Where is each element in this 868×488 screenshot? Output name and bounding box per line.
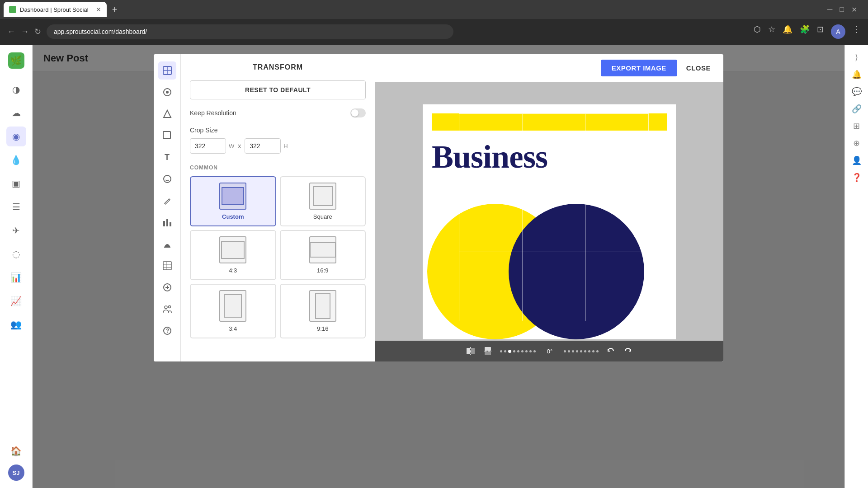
rotate-right-button[interactable] xyxy=(623,346,633,356)
dot-6 xyxy=(521,350,524,352)
window-icon[interactable]: ⊡ xyxy=(817,24,824,39)
app-container: 🌿 ◑ ☁ ◉ 💧 ▣ ☰ ✈ ◌ 📊 📈 xyxy=(0,45,868,488)
svg-rect-11 xyxy=(163,262,171,270)
content-area: New Post xyxy=(33,45,844,488)
sidebar-item-audience[interactable]: 👥 xyxy=(6,314,26,334)
sidebar-item-home[interactable]: 🏠 xyxy=(6,441,26,461)
people-tool[interactable] xyxy=(158,300,176,318)
dot-r3 xyxy=(572,350,574,352)
preset-916-inner xyxy=(315,293,330,319)
tab-close-button[interactable]: ✕ xyxy=(96,6,101,13)
fill-tool[interactable] xyxy=(158,235,176,253)
dot-3 xyxy=(508,350,511,353)
user-avatar[interactable]: SJ xyxy=(8,465,24,481)
preset-43-thumb xyxy=(219,236,246,263)
forward-button[interactable]: → xyxy=(21,27,29,37)
crop-height-input[interactable] xyxy=(245,138,281,154)
preset-43[interactable]: 4:3 xyxy=(190,230,276,280)
extensions-icon[interactable]: 🧩 xyxy=(800,24,810,39)
profile-icon[interactable]: A xyxy=(831,24,845,39)
window-controls: ─ □ ✕ xyxy=(827,5,864,14)
svg-point-18 xyxy=(165,306,167,309)
address-bar[interactable]: app.sproutsocial.com/dashboard/ xyxy=(47,24,453,39)
preset-916[interactable]: 9:16 xyxy=(280,284,366,338)
preset-square[interactable]: Square xyxy=(280,176,366,226)
reload-button[interactable]: ↻ xyxy=(34,27,41,37)
help-tool[interactable]: ? xyxy=(158,322,176,340)
width-input-group: W xyxy=(190,138,234,154)
sidebar-item-dashboard[interactable]: ◑ xyxy=(6,80,26,99)
star-icon[interactable]: ☆ xyxy=(768,24,775,39)
svg-rect-8 xyxy=(166,219,168,226)
flip-vertical-button[interactable] xyxy=(483,346,493,356)
maximize-button[interactable]: □ xyxy=(840,5,844,14)
collapse-icon[interactable]: ⟩ xyxy=(855,52,858,62)
keep-resolution-toggle[interactable] xyxy=(350,108,366,117)
dot-2 xyxy=(504,350,506,352)
menu-icon[interactable]: ⋮ xyxy=(853,24,861,39)
sidebar-item-filter[interactable]: ◌ xyxy=(6,244,26,264)
send-icon: ✈ xyxy=(12,225,20,236)
add-circle-icon[interactable]: ⊕ xyxy=(853,138,860,148)
table-tool[interactable] xyxy=(158,257,176,275)
preview-dots-right xyxy=(564,350,599,352)
preset-34[interactable]: 3:4 xyxy=(190,284,276,338)
paint-tool[interactable] xyxy=(158,192,176,210)
question-icon[interactable]: ❓ xyxy=(852,173,862,183)
preset-169-thumb xyxy=(309,236,336,263)
sidebar-item-analytics[interactable]: 📊 xyxy=(6,267,26,287)
svg-rect-25 xyxy=(485,347,491,351)
sidebar-item-engage[interactable]: 💧 xyxy=(6,150,26,170)
bars-tool[interactable] xyxy=(158,213,176,231)
add-tool[interactable] xyxy=(158,278,176,296)
reset-to-default-button[interactable]: RESET TO DEFAULT xyxy=(190,80,366,99)
rotate-left-button[interactable] xyxy=(606,346,616,356)
back-button[interactable]: ← xyxy=(7,27,15,37)
cloud-icon: ☁ xyxy=(12,108,21,118)
right-panel: EXPORT IMAGE CLOSE Business xyxy=(375,54,723,361)
svg-point-19 xyxy=(168,306,170,308)
cast-icon[interactable]: ⬡ xyxy=(754,24,761,39)
height-input-group: H xyxy=(245,138,288,154)
image-preview-area[interactable]: Business xyxy=(375,82,723,361)
sidebar-item-reports[interactable]: ▣ xyxy=(6,174,26,193)
right-panel-toolbar: EXPORT IMAGE CLOSE xyxy=(375,54,723,82)
crop-width-input[interactable] xyxy=(190,138,226,154)
text-tool[interactable]: T xyxy=(158,148,176,166)
message-icon[interactable]: 💬 xyxy=(852,87,862,97)
notification-icon[interactable]: 🔔 xyxy=(783,24,793,39)
sidebar-item-monitor[interactable]: ◉ xyxy=(6,127,26,146)
sidebar-item-inbox[interactable]: ☰ xyxy=(6,197,26,217)
dot-7 xyxy=(525,350,528,352)
dot-8 xyxy=(529,350,532,352)
minimize-button[interactable]: ─ xyxy=(827,5,832,14)
transform-tool[interactable] xyxy=(158,61,176,80)
preset-169-label: 16:9 xyxy=(317,267,328,274)
active-tab[interactable]: Dashboard | Sprout Social ✕ xyxy=(4,2,107,17)
dot-5 xyxy=(517,350,519,352)
tab-title: Dashboard | Sprout Social xyxy=(20,6,89,13)
preset-custom[interactable]: Custom xyxy=(190,176,276,226)
height-label: H xyxy=(283,143,288,150)
export-image-button[interactable]: EXPORT IMAGE xyxy=(601,60,677,76)
adjust-tool[interactable] xyxy=(158,83,176,101)
close-button[interactable]: CLOSE xyxy=(683,60,714,76)
sidebar-item-trends[interactable]: 📈 xyxy=(6,291,26,311)
crop-tool[interactable] xyxy=(158,127,176,145)
color-tool[interactable] xyxy=(158,105,176,123)
sidebar-item-compose[interactable]: ✈ xyxy=(6,221,26,240)
close-window-button[interactable]: ✕ xyxy=(851,5,857,14)
preset-169[interactable]: 16:9 xyxy=(280,230,366,280)
new-tab-button[interactable]: + xyxy=(108,3,121,16)
sidebar-item-publish[interactable]: ☁ xyxy=(6,103,26,123)
user-plus-icon[interactable]: 👤 xyxy=(852,155,862,165)
tool-strip: T xyxy=(154,54,181,361)
link-icon[interactable]: 🔗 xyxy=(852,104,862,114)
preset-square-label: Square xyxy=(313,213,332,220)
app-logo[interactable]: 🌿 xyxy=(8,52,24,69)
bell-icon[interactable]: 🔔 xyxy=(852,70,862,80)
flip-horizontal-button[interactable] xyxy=(466,346,476,356)
right-notification-panel: ⟩ 🔔 💬 🔗 ⊞ ⊕ 👤 ❓ xyxy=(844,45,868,488)
grid2-icon[interactable]: ⊞ xyxy=(853,121,860,131)
sticker-tool[interactable] xyxy=(158,170,176,188)
